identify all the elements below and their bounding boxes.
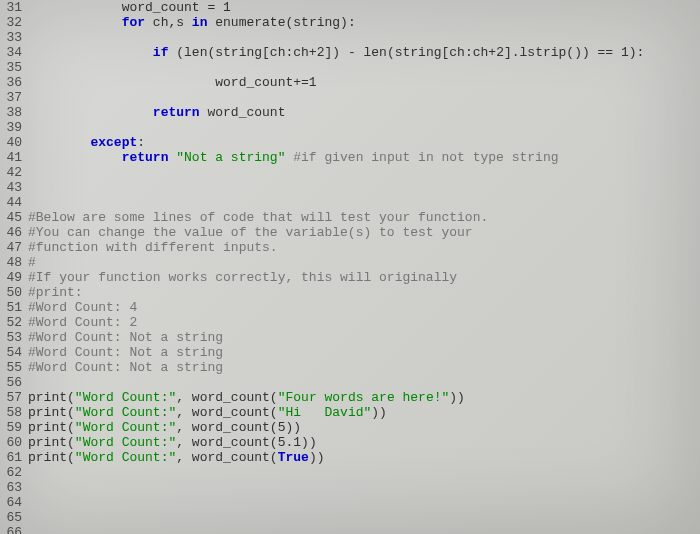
code-line[interactable] — [28, 510, 700, 525]
code-line[interactable]: print("Word Count:", word_count("Four wo… — [28, 390, 700, 405]
code-line[interactable] — [28, 180, 700, 195]
code-token: #Word Count: Not a string — [28, 345, 223, 360]
line-number: 53 — [0, 330, 22, 345]
code-token: except — [90, 135, 137, 150]
line-number: 35 — [0, 60, 22, 75]
code-token: "Not a string" — [176, 150, 285, 165]
line-number: 32 — [0, 15, 22, 30]
code-token: #You can change the value of the variabl… — [28, 225, 473, 240]
code-line[interactable]: #print: — [28, 285, 700, 300]
code-token: 2 — [496, 45, 504, 60]
code-token: #Below are some lines of code that will … — [28, 210, 488, 225]
line-number: 43 — [0, 180, 22, 195]
line-number: 62 — [0, 465, 22, 480]
code-line[interactable]: word_count = 1 — [28, 0, 700, 15]
line-number: 42 — [0, 165, 22, 180]
code-line[interactable]: if (len(string[ch:ch+2]) - len(string[ch… — [28, 45, 700, 60]
code-line[interactable]: #Below are some lines of code that will … — [28, 210, 700, 225]
code-line[interactable] — [28, 480, 700, 495]
code-line[interactable]: print("Word Count:", word_count(5)) — [28, 420, 700, 435]
code-token: #Word Count: Not a string — [28, 330, 223, 345]
code-line[interactable]: #function with different inputs. — [28, 240, 700, 255]
code-token: #Word Count: 2 — [28, 315, 137, 330]
code-editor[interactable]: 3132333435363738394041424344454647484950… — [0, 0, 700, 534]
code-token: word_count = — [122, 0, 223, 15]
code-token: word_count — [207, 105, 285, 120]
code-token: for — [122, 15, 153, 30]
code-token: )) — [371, 405, 387, 420]
line-number: 55 — [0, 360, 22, 375]
code-token: #If your function works correctly, this … — [28, 270, 457, 285]
code-token: 1 — [621, 45, 629, 60]
line-number-gutter: 3132333435363738394041424344454647484950… — [0, 0, 28, 534]
line-number: 41 — [0, 150, 22, 165]
code-token: print — [28, 450, 67, 465]
code-line[interactable] — [28, 375, 700, 390]
code-line[interactable]: #Word Count: 4 — [28, 300, 700, 315]
line-number: 50 — [0, 285, 22, 300]
code-token: 1 — [309, 75, 317, 90]
code-line[interactable] — [28, 165, 700, 180]
code-line[interactable]: word_count+=1 — [28, 75, 700, 90]
line-number: 65 — [0, 510, 22, 525]
code-line[interactable] — [28, 120, 700, 135]
line-number: 44 — [0, 195, 22, 210]
code-line[interactable] — [28, 90, 700, 105]
line-number: 38 — [0, 105, 22, 120]
code-line[interactable]: print("Word Count:", word_count("Hi Davi… — [28, 405, 700, 420]
code-line[interactable]: for ch,s in enumerate(string): — [28, 15, 700, 30]
code-token: )) — [449, 390, 465, 405]
code-token: #Word Count: 4 — [28, 300, 137, 315]
code-token: "Word Count:" — [75, 435, 176, 450]
code-line[interactable]: #Word Count: Not a string — [28, 345, 700, 360]
code-token: in — [192, 15, 215, 30]
code-line[interactable]: print("Word Count:", word_count(True)) — [28, 450, 700, 465]
line-number: 61 — [0, 450, 22, 465]
code-token: ].lstrip()) == — [504, 45, 621, 60]
line-number: 36 — [0, 75, 22, 90]
code-line[interactable]: #Word Count: Not a string — [28, 330, 700, 345]
line-number: 64 — [0, 495, 22, 510]
line-number: 54 — [0, 345, 22, 360]
code-token: return — [122, 150, 177, 165]
line-number: 58 — [0, 405, 22, 420]
code-line[interactable] — [28, 465, 700, 480]
code-token: , word_count( — [176, 435, 277, 450]
code-token: #if given input in not type string — [293, 150, 558, 165]
code-line[interactable] — [28, 525, 700, 534]
code-token: ( — [67, 390, 75, 405]
code-line[interactable]: # — [28, 255, 700, 270]
code-token: #function with different inputs. — [28, 240, 278, 255]
code-line[interactable]: return "Not a string" #if given input in… — [28, 150, 700, 165]
line-number: 56 — [0, 375, 22, 390]
code-token: , word_count( — [176, 420, 277, 435]
code-line[interactable] — [28, 195, 700, 210]
code-line[interactable]: #You can change the value of the variabl… — [28, 225, 700, 240]
code-token: #print: — [28, 285, 83, 300]
code-token: "Four words are here!" — [278, 390, 450, 405]
code-line[interactable]: #Word Count: Not a string — [28, 360, 700, 375]
code-line[interactable]: print("Word Count:", word_count(5.1)) — [28, 435, 700, 450]
code-line[interactable] — [28, 30, 700, 45]
code-line[interactable]: #Word Count: 2 — [28, 315, 700, 330]
line-number: 51 — [0, 300, 22, 315]
code-token: 5.1 — [278, 435, 301, 450]
code-line[interactable] — [28, 60, 700, 75]
code-content[interactable]: word_count = 1 for ch,s in enumerate(str… — [28, 0, 700, 534]
code-token: return — [153, 105, 208, 120]
code-token: 1 — [223, 0, 231, 15]
line-number: 48 — [0, 255, 22, 270]
code-line[interactable]: return word_count — [28, 105, 700, 120]
line-number: 63 — [0, 480, 22, 495]
code-token: ( — [67, 405, 75, 420]
code-token: , word_count( — [176, 390, 277, 405]
line-number: 52 — [0, 315, 22, 330]
code-token: ( — [67, 450, 75, 465]
code-token: print — [28, 405, 67, 420]
code-line[interactable] — [28, 495, 700, 510]
line-number: 46 — [0, 225, 22, 240]
code-token: ( — [67, 435, 75, 450]
code-line[interactable]: except: — [28, 135, 700, 150]
code-token: # — [28, 255, 36, 270]
code-line[interactable]: #If your function works correctly, this … — [28, 270, 700, 285]
